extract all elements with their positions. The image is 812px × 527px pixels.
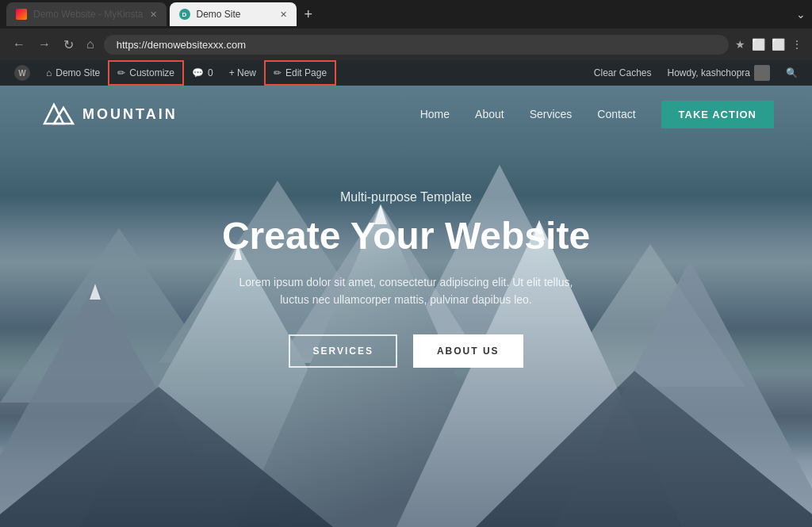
mykinsta-favicon-icon bbox=[16, 9, 27, 20]
search-icon: 🔍 bbox=[786, 67, 798, 78]
comment-icon: 💬 bbox=[192, 67, 204, 78]
address-bar-icons: ★ ⬜ ⬜ ⋮ bbox=[735, 38, 802, 51]
services-button[interactable]: SERVICES bbox=[289, 334, 396, 368]
demo-favicon-icon: D bbox=[179, 9, 190, 20]
tab-demosite[interactable]: D Demo Site ✕ bbox=[170, 2, 297, 26]
about-us-button[interactable]: ABOUT US bbox=[413, 334, 523, 368]
demo-site-label: Demo Site bbox=[56, 67, 100, 78]
url-input[interactable] bbox=[104, 35, 729, 55]
wp-comments[interactable]: 💬 0 bbox=[184, 60, 221, 86]
new-tab-button[interactable]: + bbox=[300, 6, 318, 23]
hero-description: Lorem ipsum dolor sit amet, consectetur … bbox=[232, 273, 580, 309]
wp-demo-site[interactable]: ⌂ Demo Site bbox=[38, 60, 108, 86]
howdy-user[interactable]: Howdy, kashchopra bbox=[660, 60, 779, 86]
logo-text: MOUNTAIN bbox=[82, 106, 178, 123]
screenshot-icon[interactable]: ⬜ bbox=[752, 38, 765, 51]
customize-icon: ✏ bbox=[117, 67, 125, 78]
hero-section: Multi-purpose Template Create Your Websi… bbox=[0, 143, 812, 368]
customize-label: Customize bbox=[129, 67, 174, 78]
profile-icon[interactable]: ⬜ bbox=[772, 38, 785, 51]
tab-mykinsta-close[interactable]: ✕ bbox=[150, 10, 157, 20]
website-content: MOUNTAIN Home About Services Contact TAK… bbox=[0, 86, 812, 527]
site-logo: MOUNTAIN bbox=[38, 98, 178, 130]
edit-icon: ✏ bbox=[274, 67, 282, 78]
nav-about[interactable]: About bbox=[475, 108, 504, 120]
nav-services[interactable]: Services bbox=[530, 108, 573, 120]
wp-admin-right: Clear Caches Howdy, kashchopra 🔍 bbox=[586, 60, 806, 86]
browser-window: Demo Website - MyKinsta ✕ D Demo Site ✕ … bbox=[0, 0, 812, 527]
home-icon: ⌂ bbox=[46, 67, 52, 78]
back-button[interactable]: ← bbox=[10, 34, 29, 55]
new-label: + New bbox=[229, 67, 256, 78]
reload-button[interactable]: ↻ bbox=[60, 34, 77, 55]
search-toggle[interactable]: 🔍 bbox=[778, 60, 806, 86]
clear-caches-label: Clear Caches bbox=[594, 67, 652, 78]
hero-subtitle: Multi-purpose Template bbox=[16, 190, 796, 204]
tab-demosite-label: Demo Site bbox=[197, 9, 241, 20]
tab-demosite-close[interactable]: ✕ bbox=[280, 10, 287, 20]
home-button[interactable]: ⌂ bbox=[83, 34, 98, 55]
hero-title: Create Your Website bbox=[16, 214, 796, 258]
nav-home[interactable]: Home bbox=[420, 108, 450, 120]
edit-page-label: Edit Page bbox=[285, 67, 327, 78]
tab-bar-menu[interactable]: ⌄ bbox=[796, 8, 806, 21]
forward-button[interactable]: → bbox=[35, 34, 54, 55]
mountain-logo-icon bbox=[38, 98, 76, 130]
tab-mykinsta-label: Demo Website - MyKinsta bbox=[33, 9, 144, 20]
wordpress-icon: W bbox=[14, 65, 30, 81]
tab-mykinsta[interactable]: Demo Website - MyKinsta ✕ bbox=[6, 2, 167, 26]
wp-edit-page[interactable]: ✏ Edit Page bbox=[264, 60, 336, 86]
user-avatar bbox=[754, 65, 770, 81]
take-action-button[interactable]: TAKE ACTION bbox=[661, 101, 774, 128]
howdy-label: Howdy, kashchopra bbox=[668, 67, 751, 78]
address-bar: ← → ↻ ⌂ ★ ⬜ ⬜ ⋮ bbox=[0, 29, 812, 60]
wp-customize[interactable]: ✏ Customize bbox=[108, 60, 184, 86]
nav-links: Home About Services Contact TAKE ACTION bbox=[420, 101, 774, 128]
wp-new[interactable]: + New bbox=[221, 60, 264, 86]
nav-contact[interactable]: Contact bbox=[597, 108, 635, 120]
hero-buttons: SERVICES ABOUT US bbox=[16, 334, 796, 368]
tab-bar: Demo Website - MyKinsta ✕ D Demo Site ✕ … bbox=[0, 0, 812, 29]
site-navigation: MOUNTAIN Home About Services Contact TAK… bbox=[0, 86, 812, 143]
clear-caches-button[interactable]: Clear Caches bbox=[586, 60, 660, 86]
wp-logo-item[interactable]: W bbox=[6, 60, 38, 86]
menu-icon[interactable]: ⋮ bbox=[791, 38, 802, 51]
bookmark-icon[interactable]: ★ bbox=[735, 38, 745, 51]
wp-admin-bar: W ⌂ Demo Site ✏ Customize 💬 0 + New ✏ Ed… bbox=[0, 60, 812, 86]
comments-count: 0 bbox=[208, 67, 213, 78]
